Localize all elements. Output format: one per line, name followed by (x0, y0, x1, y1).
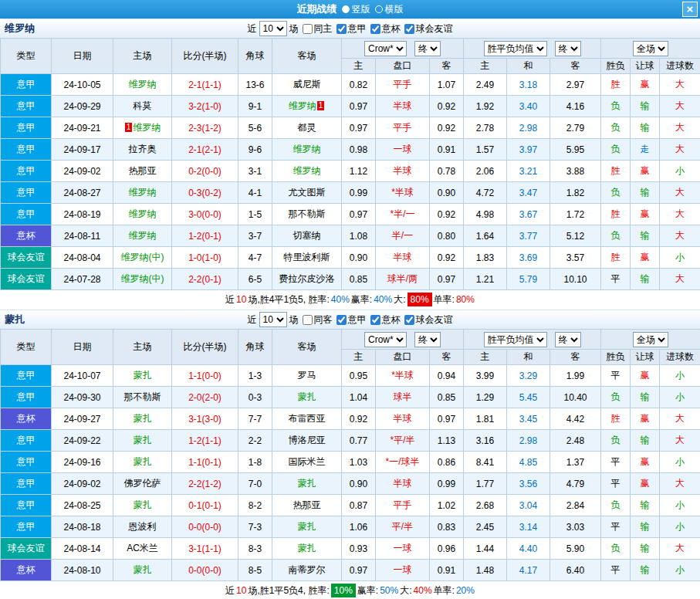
league-filter-coppa[interactable]: 意杯 (370, 313, 401, 327)
corners-cell: 8-5 (238, 560, 272, 581)
goals-cell: 小 (660, 516, 700, 538)
score-cell: 0-0(0-0) (172, 560, 238, 581)
friendly-checkbox[interactable] (404, 24, 414, 34)
column-header: 客 (550, 350, 601, 365)
match-row: 意杯24-08-11维罗纳1-2(0-1)3-7切塞纳1.08半/一0.801.… (1, 225, 700, 247)
home-team-cell: 维罗纳(中) (113, 247, 172, 269)
handicap-result-cell: 赢 (631, 204, 660, 225)
handicap-cell: *一/球半 (376, 452, 430, 473)
odds-time-select-2[interactable]: 终 (555, 332, 581, 347)
seriea-checkbox[interactable] (336, 315, 347, 325)
league-type-cell: 球会友谊 (1, 269, 52, 290)
home-odds-cell: 1.12 (342, 161, 376, 182)
score-cell: 1-1(0-1) (172, 452, 238, 473)
league-filter-friendly[interactable]: 球会友谊 (404, 22, 453, 36)
match-row: 意甲24-09-02佛罗伦萨2-2(1-2)7-0蒙扎0.90半球0.991.7… (1, 473, 700, 495)
away-odds-cell: 0.97 (430, 408, 464, 430)
avg-type-select[interactable]: 胜平负均值 (484, 332, 547, 347)
same-venue-filter[interactable]: 同客 (303, 313, 333, 327)
recent-count-select[interactable]: 10 (259, 312, 287, 327)
avg-draw-cell: 5.79 (507, 269, 550, 290)
scope-header: 全场 (601, 330, 700, 350)
league-filter-seriea[interactable]: 意甲 (336, 313, 367, 327)
match-row: 意甲24-09-30那不勒斯2-0(2-0)0-3蒙扎1.04球半0.851.2… (1, 387, 700, 408)
away-team-cell: 蒙扎 (272, 538, 342, 560)
league-type-cell: 意甲 (1, 387, 52, 408)
summary-segment: 20% (456, 585, 475, 596)
column-header: 和 (507, 350, 550, 365)
away-odds-cell: 1.02 (430, 495, 464, 516)
coppa-checkbox[interactable] (370, 315, 380, 325)
away-team-cell: 那不勒斯 (272, 204, 342, 225)
corners-cell: 0-3 (238, 387, 272, 408)
avg-type-select[interactable]: 胜平负均值 (484, 41, 547, 56)
match-row: 意甲24-09-22蒙扎1-2(1-1)2-2博洛尼亚0.77*平/半1.133… (1, 430, 700, 452)
home-team-cell: 维罗纳 (113, 225, 172, 247)
same-venue-filter[interactable]: 同主 (303, 22, 333, 36)
close-button[interactable]: × (682, 2, 698, 17)
recent-count-select[interactable]: 10 (259, 21, 287, 36)
team-section-monza: 蒙扎 近 10 场 同客 意甲 意杯 球会友谊 类型 日期 主场 比分(半场) … (0, 310, 700, 599)
bookmaker-select[interactable]: Crow* (364, 41, 407, 56)
date-cell: 24-09-02 (52, 161, 113, 182)
match-row: 意甲24-09-29科莫3-2(1-0)9-1维罗纳10.97半球0.921.9… (1, 96, 700, 117)
summary-segment: 40% (414, 585, 432, 596)
handicap-cell: 平手 (376, 117, 430, 139)
home-team-cell: 蒙扎 (113, 430, 172, 452)
away-team-cell: 蒙扎 (272, 473, 342, 495)
scope-select[interactable]: 全场 (633, 332, 668, 347)
friendly-checkbox[interactable] (404, 315, 414, 325)
home-team-cell: AC米兰 (113, 538, 172, 560)
date-cell: 24-08-04 (52, 247, 113, 269)
layout-vertical-option[interactable]: 竖版 (342, 3, 370, 16)
avg-draw-cell: 4.17 (507, 560, 550, 581)
coppa-checkbox[interactable] (370, 24, 380, 34)
asian-odds-header: Crow* 终 (342, 39, 464, 59)
avg-draw-cell: 3.77 (507, 225, 550, 247)
home-odds-cell: 0.90 (342, 247, 376, 269)
same-venue-checkbox[interactable] (303, 24, 313, 34)
same-venue-checkbox[interactable] (303, 315, 313, 325)
goals-cell: 小 (660, 161, 700, 182)
match-row: 球会友谊24-08-14AC米兰3-1(1-1)8-3蒙扎0.93一球0.961… (1, 538, 700, 560)
match-row: 意甲24-09-16蒙扎1-1(0-1)1-8国际米兰1.03*一/球半0.86… (1, 452, 700, 473)
odds-time-select-1[interactable]: 终 (414, 41, 441, 56)
avg-away-cell: 10.10 (550, 269, 601, 290)
league-filter-friendly[interactable]: 球会友谊 (404, 313, 453, 327)
odds-time-select-2[interactable]: 终 (555, 41, 581, 56)
team-name-text: 拉齐奥 (129, 144, 157, 154)
bookmaker-select[interactable]: Crow* (364, 332, 407, 347)
date-cell: 24-09-02 (52, 473, 113, 495)
odds-time-select-1[interactable]: 终 (414, 332, 441, 347)
handicap-cell: 平手 (376, 495, 430, 516)
handicap-cell: *半球 (376, 365, 430, 387)
team-name-text: 尤文图斯 (289, 187, 326, 198)
avg-away-cell: 4.42 (550, 408, 601, 430)
league-filter-coppa[interactable]: 意杯 (370, 22, 401, 36)
goals-cell: 大 (660, 117, 700, 139)
seriea-checkbox[interactable] (336, 24, 347, 34)
home-odds-cell: 1.03 (342, 452, 376, 473)
team-name-text: 佛罗伦萨 (124, 478, 161, 489)
summary-segment: 10 (236, 585, 246, 596)
team-name-text: 南蒂罗尔 (289, 564, 326, 575)
avg-away-cell: 2.48 (550, 430, 601, 452)
column-header: 主场 (113, 39, 172, 74)
result-cell: 平 (601, 560, 631, 581)
handicap-cell: *半球 (376, 182, 430, 204)
home-odds-cell: 0.93 (342, 538, 376, 560)
column-header: 盘口 (376, 350, 430, 365)
home-odds-cell: 0.92 (342, 408, 376, 430)
scope-select[interactable]: 全场 (633, 41, 668, 56)
match-row: 意甲24-09-211维罗纳2-3(1-2)5-6都灵0.97平手0.922.7… (1, 117, 700, 139)
avg-draw-cell: 2.98 (507, 117, 550, 139)
date-cell: 24-08-18 (52, 516, 113, 538)
goals-cell: 大 (660, 408, 700, 430)
layout-horizontal-option[interactable]: 横版 (375, 3, 404, 16)
away-team-cell: 切塞纳 (272, 225, 342, 247)
away-team-cell: 蒙扎 (272, 516, 342, 538)
team-section-verona: 维罗纳 近 10 场 同主 意甲 意杯 球会友谊 类型 日期 主场 比分(半场)… (0, 19, 700, 310)
away-odds-cell: 0.91 (430, 139, 464, 161)
league-type-cell: 意甲 (1, 161, 52, 182)
league-filter-seriea[interactable]: 意甲 (336, 22, 367, 36)
